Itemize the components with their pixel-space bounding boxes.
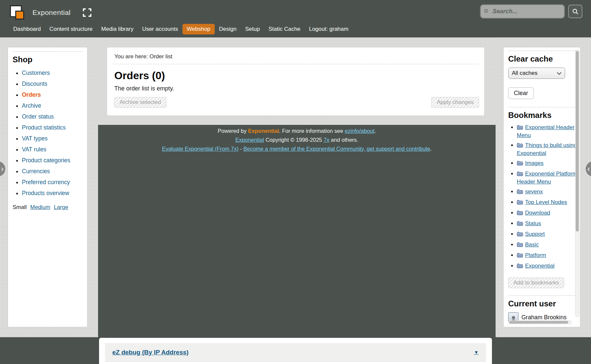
debug-toggle-arrow[interactable]: ▼ — [474, 349, 479, 355]
exponential-logo-icon[interactable] — [10, 5, 27, 21]
vertical-scrollbar[interactable] — [575, 49, 579, 317]
change-information-link[interactable]: Change information — [517, 326, 566, 327]
bookmark-link[interactable]: Basic — [525, 241, 539, 248]
bookmark-link[interactable]: Support — [525, 231, 545, 237]
bookmark-link[interactable]: Exponential Platform Header Menu — [517, 171, 577, 185]
list-item: Order status — [22, 113, 82, 120]
community-link[interactable]: Become a member of the Exponential Commu… — [243, 146, 430, 152]
scrollbar-thumb[interactable] — [509, 321, 568, 324]
cache-select[interactable]: All caches — [508, 68, 565, 79]
list-item: Platform — [517, 252, 577, 260]
scrollbar-thumb[interactable] — [576, 51, 579, 232]
footer: Powered by Exponential. For more informa… — [98, 127, 496, 153]
debug-header-bar: eZ debug (By IP Address) ▼ — [105, 343, 486, 362]
sidebar-item-vat-types[interactable]: VAT types — [22, 135, 48, 142]
nav-media-library[interactable]: Media library — [97, 24, 138, 34]
list-item: Currencies — [22, 168, 82, 175]
list-item: VAT rules — [22, 146, 82, 153]
nav-design[interactable]: Design — [215, 24, 241, 34]
bookmarks-list: Exponential Header Menu Things to build … — [517, 124, 577, 270]
sidebar-item-preferred-currency[interactable]: Preferred currency — [22, 179, 70, 185]
nav-static-cache[interactable]: Static Cache — [264, 24, 304, 34]
sidebar-item-order-status[interactable]: Order status — [22, 113, 54, 120]
shop-title: Shop — [13, 55, 82, 64]
footer-text-fragment: Copyright © 1998-2025 — [264, 137, 324, 143]
size-current: Small — [13, 204, 27, 210]
footer-text-fragment: - — [239, 146, 243, 152]
list-item: Exponential — [517, 262, 577, 270]
nav-logout[interactable]: Logout: graham — [305, 24, 353, 34]
sidebar-item-currencies[interactable]: Currencies — [22, 168, 50, 175]
list-item: Preferred currency — [22, 179, 82, 186]
search-input[interactable] — [480, 5, 564, 18]
fullscreen-icon[interactable] — [82, 8, 92, 17]
search-button[interactable] — [568, 5, 582, 18]
nav-content-structure[interactable]: Content structure — [45, 24, 97, 34]
footer-line-3: Evaluate Exponential (From 7x) - Become … — [98, 144, 496, 153]
list-item: Archive — [22, 102, 82, 109]
ezinfo-about-link[interactable]: ezinfo/about — [345, 128, 374, 134]
size-medium-link[interactable]: Medium — [30, 204, 50, 210]
bookmark-link[interactable]: Platform — [525, 252, 546, 258]
sidebar-item-discounts[interactable]: Discounts — [22, 80, 47, 87]
evaluate-link[interactable]: Evaluate Exponential (From 7x) — [162, 146, 239, 152]
page-title: Orders (0) — [114, 70, 477, 82]
sidebar-item-orders[interactable]: Orders — [22, 91, 41, 98]
list-item: Product categories — [22, 157, 82, 164]
list-item: Exponential Platform Header Menu — [517, 170, 577, 185]
bookmark-link[interactable]: Images — [525, 160, 544, 166]
debug-panel: eZ debug (By IP Address) ▼ — [99, 338, 492, 364]
sidebar-item-customers[interactable]: Customers — [22, 70, 50, 76]
sidebar-item-products-overview[interactable]: Products overview — [22, 190, 69, 196]
list-item: Download — [517, 209, 577, 217]
search-icon — [572, 8, 579, 15]
main-panel: You are here: Order list Orders (0) The … — [107, 47, 485, 116]
breadcrumb: You are here: Order list — [114, 53, 477, 60]
bookmark-link[interactable]: Exponential — [525, 263, 555, 269]
nav-user-accounts[interactable]: User accounts — [138, 24, 183, 34]
sidebar-item-vat-rules[interactable]: VAT rules — [22, 146, 46, 153]
footer-text-fragment: . — [430, 146, 432, 152]
right-sidebar: Clear cache All caches Clear Bookmarks E… — [503, 47, 580, 327]
bookmark-link[interactable]: Download — [525, 210, 550, 216]
bookmark-link[interactable]: Things to build using Exponential — [517, 142, 577, 156]
footer-text-fragment: . For more information see — [279, 128, 345, 134]
folder-icon — [517, 199, 523, 207]
logo-orange-square — [15, 11, 24, 20]
list-item: Top Level Nodes — [517, 199, 577, 207]
folder-icon — [517, 160, 523, 168]
sidebar-item-archive[interactable]: Archive — [22, 102, 41, 109]
footer-text-fragment: Powered by — [218, 128, 248, 134]
bookmark-link[interactable]: Top Level Nodes — [525, 199, 567, 205]
nav-setup[interactable]: Setup — [241, 24, 264, 34]
user-links: Change information Change password — [517, 326, 575, 327]
size-large-link[interactable]: Large — [54, 204, 68, 210]
gear-icon: ⚙ — [484, 8, 489, 15]
list-item: Exponential Header Menu — [517, 124, 577, 139]
divider — [113, 64, 478, 64]
sidebar-item-product-categories[interactable]: Product categories — [22, 157, 70, 164]
apply-changes-button[interactable]: Apply changes — [431, 97, 479, 108]
add-to-bookmarks-button[interactable]: Add to bookmarks — [508, 278, 564, 288]
list-item: Basic — [517, 241, 577, 249]
folder-icon — [517, 242, 523, 249]
folder-icon — [517, 210, 523, 217]
sevenx-link[interactable]: 7x — [324, 137, 329, 143]
bookmark-link[interactable]: sevenx — [525, 188, 543, 195]
exponential-link[interactable]: Exponential — [236, 137, 264, 143]
empty-message: The order list is empty. — [114, 85, 477, 92]
current-user-title: Current user — [508, 299, 575, 308]
sidebar-item-product-statistics[interactable]: Product statistics — [22, 124, 66, 131]
clear-cache-button[interactable]: Clear — [508, 87, 534, 99]
debug-title-link[interactable]: eZ debug (By IP Address) — [112, 349, 188, 356]
archive-selected-button[interactable]: Archive selected — [114, 97, 166, 108]
list-item: Status — [517, 220, 577, 228]
horizontal-scrollbar[interactable] — [508, 320, 571, 324]
bookmark-link[interactable]: Status — [525, 220, 541, 227]
nav-dashboard[interactable]: Dashboard — [9, 24, 45, 34]
chevron-down-icon — [557, 72, 562, 75]
bookmark-link[interactable]: Exponential Header Menu — [517, 124, 574, 138]
list-item: Product statistics — [22, 124, 82, 131]
footer-brand: Exponential — [248, 128, 279, 134]
nav-webshop[interactable]: Webshop — [183, 24, 215, 34]
